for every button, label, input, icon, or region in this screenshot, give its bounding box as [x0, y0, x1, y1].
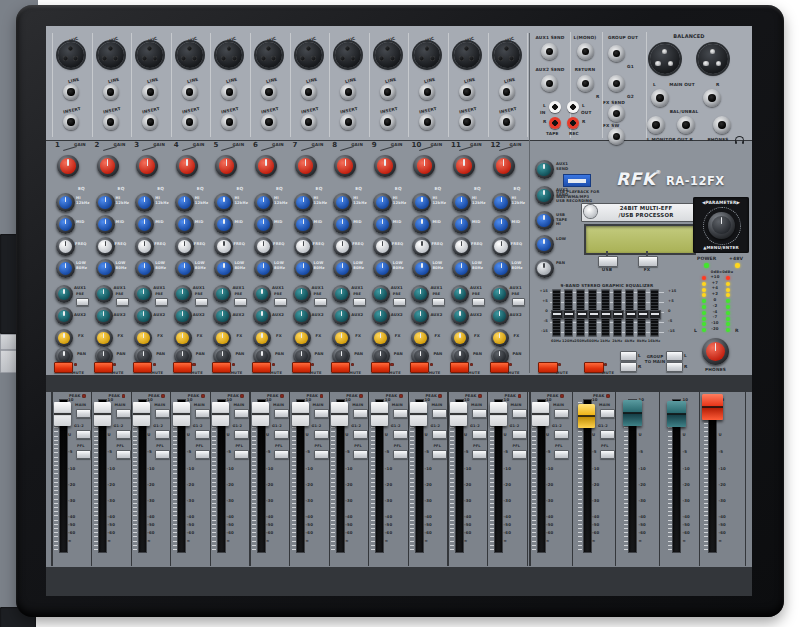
aux2-knob[interactable] — [491, 307, 509, 325]
mute-button[interactable] — [490, 362, 509, 373]
main-assign-button[interactable] — [274, 409, 289, 418]
aux2-knob[interactable] — [253, 307, 271, 325]
pre-button[interactable] — [512, 298, 525, 306]
fader-cap[interactable] — [331, 402, 348, 426]
master-mute-button[interactable] — [584, 362, 604, 373]
aux2-knob[interactable] — [293, 307, 311, 325]
aux1-knob[interactable] — [55, 285, 73, 303]
master-knob-0[interactable] — [535, 160, 554, 179]
eq-mid-knob[interactable] — [96, 215, 115, 234]
fader-cap[interactable] — [532, 402, 549, 426]
pfl-button[interactable] — [274, 450, 289, 459]
fader-cap[interactable] — [623, 400, 642, 426]
geq-slider-cap[interactable] — [588, 310, 600, 319]
fader-cap[interactable] — [702, 394, 723, 420]
eq-hi-knob[interactable] — [96, 193, 115, 212]
mute-button[interactable] — [54, 362, 73, 373]
group-assign-button[interactable] — [274, 430, 289, 439]
fader-cap[interactable] — [212, 402, 229, 426]
eq-hi-knob[interactable] — [254, 193, 273, 212]
fx-knob[interactable] — [95, 329, 113, 347]
master-knob-3[interactable] — [535, 235, 554, 254]
group-assign-button[interactable] — [432, 430, 447, 439]
mute-button[interactable] — [410, 362, 429, 373]
mute-button[interactable] — [450, 362, 469, 373]
main-assign-button[interactable] — [353, 409, 368, 418]
eq-hi-knob[interactable] — [492, 193, 511, 212]
group-assign-button[interactable] — [155, 430, 170, 439]
pfl-button[interactable] — [76, 450, 91, 459]
eq-freq-knob[interactable] — [175, 237, 194, 256]
gain-knob[interactable] — [176, 155, 198, 177]
eq-hi-knob[interactable] — [452, 193, 471, 212]
group-assign-button[interactable] — [76, 430, 91, 439]
geq-slider-cap[interactable] — [649, 310, 661, 319]
geq-slider-cap[interactable] — [563, 310, 575, 319]
pre-button[interactable] — [432, 298, 445, 306]
eq-mid-knob[interactable] — [254, 215, 273, 234]
mute-button[interactable] — [331, 362, 350, 373]
main-assign-button[interactable] — [393, 409, 408, 418]
group1-to-main-r-button[interactable] — [620, 362, 637, 372]
fader-cap[interactable] — [578, 404, 595, 428]
geq-slider-cap[interactable] — [637, 310, 649, 319]
fader-cap[interactable] — [292, 402, 309, 426]
fader-cap[interactable] — [54, 402, 71, 426]
gain-knob[interactable] — [453, 155, 475, 177]
fx-knob[interactable] — [491, 329, 509, 347]
eq-freq-knob[interactable] — [294, 237, 313, 256]
aux2-knob[interactable] — [451, 307, 469, 325]
aux1-knob[interactable] — [95, 285, 113, 303]
eq-freq-knob[interactable] — [373, 237, 392, 256]
eq-low-knob[interactable] — [294, 259, 313, 278]
eq-mid-knob[interactable] — [175, 215, 194, 234]
gain-knob[interactable] — [374, 155, 396, 177]
gain-knob[interactable] — [255, 155, 277, 177]
aux2-knob[interactable] — [55, 307, 73, 325]
eq-freq-knob[interactable] — [96, 237, 115, 256]
fx-knob[interactable] — [55, 329, 73, 347]
fx-knob[interactable] — [253, 329, 271, 347]
phones-level-knob[interactable] — [702, 338, 729, 365]
pfl-button[interactable] — [512, 450, 527, 459]
eq-mid-knob[interactable] — [373, 215, 392, 234]
master-knob-2[interactable] — [535, 211, 554, 230]
mute-button[interactable] — [133, 362, 152, 373]
eq-mid-knob[interactable] — [56, 215, 75, 234]
fader-cap[interactable] — [252, 402, 269, 426]
geq-slider-cap[interactable] — [612, 310, 624, 319]
fx-knob[interactable] — [293, 329, 311, 347]
eq-low-knob[interactable] — [56, 259, 75, 278]
pre-button[interactable] — [195, 298, 208, 306]
group1-to-main-l-button[interactable] — [620, 351, 637, 361]
master-knob-4[interactable] — [535, 259, 554, 278]
eq-low-knob[interactable] — [452, 259, 471, 278]
fader-cap[interactable] — [133, 402, 150, 426]
eq-low-knob[interactable] — [492, 259, 511, 278]
eq-mid-knob[interactable] — [452, 215, 471, 234]
pfl-button[interactable] — [393, 450, 408, 459]
main-assign-button[interactable] — [76, 409, 91, 418]
fx-knob[interactable] — [451, 329, 469, 347]
eq-hi-knob[interactable] — [56, 193, 75, 212]
group-assign-button[interactable] — [195, 430, 210, 439]
mute-button[interactable] — [292, 362, 311, 373]
pre-button[interactable] — [116, 298, 129, 306]
main-assign-button[interactable] — [554, 409, 569, 418]
pfl-button[interactable] — [432, 450, 447, 459]
aux2-knob[interactable] — [174, 307, 192, 325]
pre-button[interactable] — [274, 298, 287, 306]
group2-to-main-r-button[interactable] — [666, 362, 683, 372]
fx-knob[interactable] — [372, 329, 390, 347]
fader-cap[interactable] — [410, 402, 427, 426]
mute-button[interactable] — [371, 362, 390, 373]
aux1-knob[interactable] — [293, 285, 311, 303]
gain-knob[interactable] — [493, 155, 515, 177]
pre-button[interactable] — [155, 298, 168, 306]
aux1-knob[interactable] — [451, 285, 469, 303]
eq-hi-knob[interactable] — [294, 193, 313, 212]
main-assign-button[interactable] — [314, 409, 329, 418]
eq-freq-knob[interactable] — [492, 237, 511, 256]
fader-cap[interactable] — [667, 401, 686, 427]
eq-freq-knob[interactable] — [452, 237, 471, 256]
